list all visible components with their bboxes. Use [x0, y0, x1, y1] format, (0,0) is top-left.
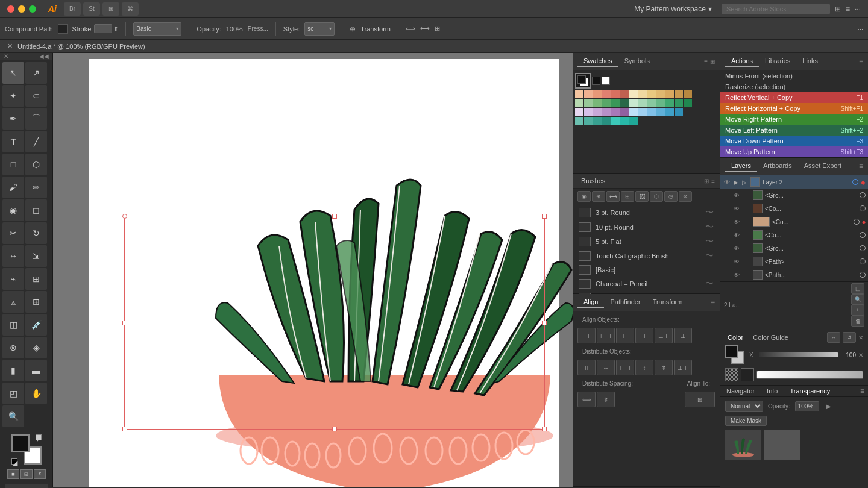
info-tab[interactable]: Info	[764, 387, 780, 395]
type-tool[interactable]: T	[2, 131, 24, 152]
action-move-down[interactable]: Move Down Pattern F3	[720, 136, 868, 146]
action-minus-front[interactable]: Minus Front (selection)	[720, 70, 868, 81]
black-swatch[interactable]	[592, 77, 600, 85]
actions-tab[interactable]: Actions	[725, 55, 759, 67]
action-move-left[interactable]: Move Left Pattern Shift+F2	[720, 125, 868, 136]
swatch[interactable]	[656, 108, 665, 116]
selection-tool[interactable]: ↖	[2, 62, 24, 84]
sub-layer-gro1[interactable]: 👁 <Gro...	[720, 189, 868, 202]
swatch[interactable]	[602, 117, 611, 125]
paintbrush-tool[interactable]: 🖌	[2, 177, 24, 198]
blend-tool[interactable]: ⊗	[2, 337, 24, 358]
layers-add[interactable]: +	[851, 305, 864, 316]
align-right[interactable]: ⊢	[616, 328, 634, 343]
align-center-h[interactable]: ⊢⊣	[597, 328, 615, 343]
dist-top[interactable]: ↕	[635, 360, 653, 375]
swatch[interactable]	[593, 108, 602, 116]
opacity-input[interactable]	[795, 401, 819, 411]
layer-arrow-2[interactable]: ▷	[742, 179, 747, 186]
symbol-tool[interactable]: ◈	[25, 337, 47, 358]
tools-close[interactable]: ✕	[4, 53, 8, 60]
sub-layer-path1[interactable]: 👁 <Path>	[720, 255, 868, 268]
swatch[interactable]	[665, 108, 674, 116]
mesh-tool[interactable]: ⊞	[25, 291, 47, 313]
swatch[interactable]	[638, 99, 647, 107]
maximize-button[interactable]	[29, 5, 36, 13]
swatch[interactable]	[684, 99, 692, 107]
swap-colors[interactable]: ↕	[36, 434, 42, 440]
brushes-menu-icon[interactable]: ≡	[711, 178, 715, 184]
scale-tool[interactable]: ⇲	[25, 245, 47, 267]
brush-tool-2[interactable]: ⊕	[592, 191, 605, 202]
dist-left[interactable]: ⊣⊢	[577, 360, 596, 375]
swatch[interactable]	[629, 90, 638, 98]
dist-center-v[interactable]: ⇕	[655, 360, 673, 375]
rectangle-tool[interactable]: □	[2, 154, 24, 175]
dist-center-h[interactable]: ↔	[597, 360, 615, 375]
direct-selection-tool[interactable]: ↗	[25, 62, 47, 84]
swatch[interactable]	[575, 99, 583, 107]
links-tab[interactable]: Links	[796, 55, 824, 67]
opacity-arrow[interactable]: ▶	[826, 403, 831, 410]
layers-find[interactable]: 🔍	[851, 294, 864, 305]
make-mask-btn[interactable]: Make Mask	[725, 416, 767, 426]
tools-collapse[interactable]: ◀◀	[39, 53, 49, 60]
swatch[interactable]	[584, 90, 593, 98]
align-left[interactable]: ⊣	[577, 328, 596, 343]
lasso-tool[interactable]: ⊂	[25, 85, 47, 107]
pen-tool[interactable]: ✒	[2, 108, 24, 130]
color-fg-swatch[interactable]	[725, 345, 738, 358]
brush-tool-8[interactable]: ⊗	[679, 191, 692, 202]
zoom-tool[interactable]: 🔍	[2, 405, 24, 427]
layer-2[interactable]: 👁 ▶ ▷ Layer 2 ◆	[720, 175, 868, 189]
bar-chart-tool[interactable]: ▬	[25, 360, 47, 381]
swatch[interactable]	[629, 99, 638, 107]
swatch[interactable]	[656, 90, 665, 98]
fill-swatch[interactable]	[58, 24, 68, 34]
eraser-tool[interactable]: ◻	[25, 199, 47, 221]
fg-bg-swatch[interactable]	[575, 73, 591, 89]
artboard-tool[interactable]: ▭	[5, 484, 48, 488]
swatch[interactable]	[620, 117, 629, 125]
brush-tool-6[interactable]: ⬡	[650, 191, 663, 202]
curvature-tool[interactable]: ⌒	[25, 108, 47, 130]
layout-icon[interactable]: ⊞	[102, 2, 119, 16]
dist-bottom[interactable]: ⊥⊤	[674, 360, 692, 375]
layer-vis-2[interactable]: 👁	[723, 178, 731, 186]
layer-expand-2[interactable]: ▶	[734, 179, 738, 186]
style-selector[interactable]: sc ▾	[304, 22, 335, 36]
slice-tool[interactable]: ◰	[2, 383, 24, 404]
action-move-right[interactable]: Move Right Pattern F2	[720, 114, 868, 125]
action-rasterize[interactable]: Rasterize (selection)	[720, 81, 868, 92]
swatch[interactable]	[684, 90, 692, 98]
swatch[interactable]	[638, 108, 647, 116]
nav-menu-icon[interactable]: ≡	[860, 387, 864, 395]
action-reflect-horizontal[interactable]: Reflect Horizontal + Copy Shift+F1	[720, 103, 868, 114]
color-x-slider[interactable]	[759, 352, 838, 357]
color-checker[interactable]	[725, 368, 738, 381]
brush-tool-1[interactable]: ◉	[577, 191, 591, 202]
layer-vis-co3[interactable]: 👁	[732, 231, 741, 239]
brush-item-calligraphic[interactable]: Touch Calligraphic Brush 〜	[574, 249, 719, 263]
swatch[interactable]	[584, 99, 593, 107]
swatch[interactable]	[675, 108, 683, 116]
magic-wand-tool[interactable]: ✦	[2, 85, 24, 107]
solid-color-mode[interactable]: ◼	[7, 469, 19, 479]
default-colors[interactable]: ◪	[11, 458, 17, 465]
layers-tab[interactable]: Layers	[725, 160, 757, 172]
warp-tool[interactable]: ⌁	[2, 268, 24, 290]
brush-tool-7[interactable]: ◷	[664, 191, 678, 202]
none-mode[interactable]: ✗	[34, 469, 46, 479]
reflect-tool[interactable]: ↔	[2, 245, 24, 267]
swatch[interactable]	[620, 99, 629, 107]
swatch[interactable]	[602, 90, 611, 98]
swatch[interactable]	[584, 117, 593, 125]
layers-menu-icon[interactable]: ≡	[859, 162, 863, 170]
align-center-v[interactable]: ⊥⊤	[655, 328, 673, 343]
sub-layer-path2[interactable]: 👁 <Path...	[720, 268, 868, 281]
brush-tool-3[interactable]: ⟷	[606, 191, 620, 202]
navigator-tab[interactable]: Navigator	[724, 387, 757, 395]
align-bottom[interactable]: ⊥	[674, 328, 692, 343]
minimize-button[interactable]	[18, 5, 25, 13]
gradient-tool[interactable]: ◫	[2, 314, 24, 336]
